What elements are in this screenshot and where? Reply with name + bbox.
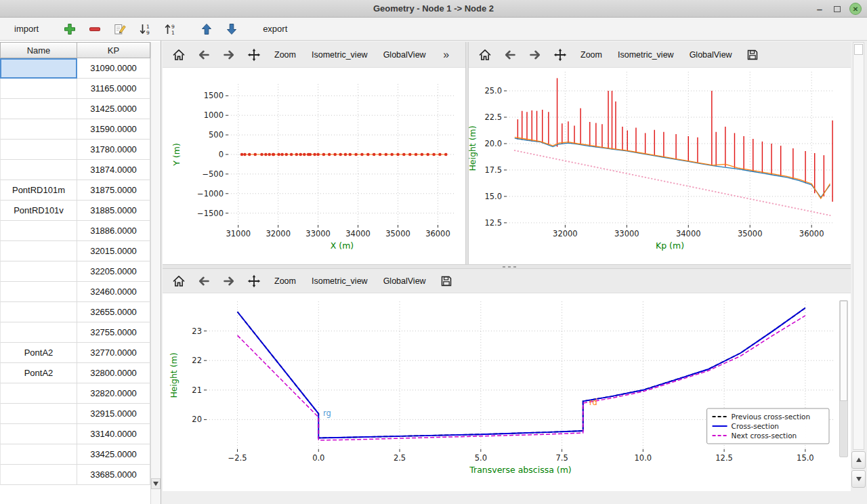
column-header-name[interactable]: Name bbox=[0, 42, 77, 58]
name-cell[interactable]: PontA2 bbox=[0, 343, 77, 363]
kp-cell[interactable]: 31590.0000 bbox=[77, 119, 150, 140]
home-button[interactable] bbox=[169, 45, 188, 64]
kp-cell[interactable]: 32820.0000 bbox=[77, 383, 150, 404]
minimize-button[interactable]: – bbox=[814, 3, 825, 15]
name-cell[interactable] bbox=[0, 322, 77, 343]
profile-plot[interactable]: 320003300034000350003600012.515.017.520.… bbox=[469, 68, 851, 264]
cross-section-scrollbar[interactable] bbox=[839, 300, 848, 457]
table-scrollbar[interactable] bbox=[150, 42, 161, 504]
name-cell[interactable]: PontRD101v bbox=[0, 201, 77, 221]
pan-button[interactable] bbox=[245, 45, 263, 64]
svg-text:20.0: 20.0 bbox=[484, 139, 502, 148]
profile-figure[interactable]: 320003300034000350003600012.515.017.520.… bbox=[469, 68, 851, 264]
horizontal-splitter[interactable] bbox=[163, 264, 851, 269]
name-cell[interactable] bbox=[0, 119, 77, 140]
kp-cell[interactable]: 32770.0000 bbox=[77, 343, 150, 363]
kp-cell[interactable]: 32655.0000 bbox=[77, 302, 150, 322]
name-cell[interactable] bbox=[0, 99, 77, 119]
name-cell[interactable] bbox=[0, 302, 77, 322]
home-button[interactable] bbox=[169, 272, 188, 291]
kp-cell[interactable]: 31875.0000 bbox=[77, 180, 150, 201]
home-button[interactable] bbox=[475, 45, 494, 64]
xy-plot[interactable]: 310003200033000340003500036000−1500−1000… bbox=[163, 68, 465, 264]
kp-cell[interactable]: 31425.0000 bbox=[77, 99, 150, 119]
name-cell[interactable] bbox=[0, 261, 77, 282]
name-cell[interactable] bbox=[0, 282, 77, 302]
table-row: 31165.0000 bbox=[0, 79, 161, 99]
kp-cell[interactable]: 31165.0000 bbox=[77, 79, 150, 99]
save-icon bbox=[746, 48, 759, 62]
kp-cell[interactable]: 32460.0000 bbox=[77, 282, 150, 302]
cross-section-plot[interactable]: −2.50.02.55.07.510.012.515.020212223Tran… bbox=[163, 293, 837, 491]
name-cell[interactable] bbox=[0, 140, 77, 160]
xy-figure[interactable]: 310003200033000340003500036000−1500−1000… bbox=[163, 68, 465, 264]
forward-button[interactable] bbox=[219, 272, 238, 291]
isometric-view-button[interactable]: Isometric_view bbox=[613, 48, 679, 62]
zoom-button[interactable]: Zoom bbox=[270, 274, 301, 288]
maximize-button[interactable] bbox=[834, 6, 841, 12]
save-button[interactable] bbox=[437, 272, 456, 291]
cross-section-figure[interactable]: −2.50.02.55.07.510.012.515.020212223Tran… bbox=[163, 293, 851, 491]
edit-icon[interactable] bbox=[111, 20, 129, 38]
kp-cell[interactable]: 31780.0000 bbox=[77, 140, 150, 160]
name-cell[interactable] bbox=[0, 404, 77, 424]
kp-cell[interactable]: 32915.0000 bbox=[77, 404, 150, 424]
save-button[interactable] bbox=[743, 45, 762, 64]
zoom-button[interactable]: Zoom bbox=[576, 48, 607, 62]
forward-button[interactable] bbox=[526, 45, 545, 64]
sort-descending-icon[interactable] bbox=[136, 20, 154, 38]
main-scrollbar[interactable] bbox=[851, 41, 867, 504]
name-cell[interactable]: PontRD101m bbox=[0, 180, 77, 201]
scrollbar-thumb[interactable] bbox=[854, 44, 863, 55]
isometric-view-button[interactable]: Isometric_view bbox=[307, 274, 373, 288]
kp-cell[interactable]: 32015.0000 bbox=[77, 241, 150, 261]
back-button[interactable] bbox=[194, 272, 213, 291]
move-down-icon[interactable] bbox=[223, 20, 240, 38]
name-cell[interactable] bbox=[0, 58, 77, 79]
kp-cell[interactable]: 32205.0000 bbox=[77, 261, 150, 282]
export-button[interactable]: export bbox=[259, 22, 291, 36]
close-button[interactable]: ✕ bbox=[849, 3, 862, 15]
name-cell[interactable]: PontA2 bbox=[0, 363, 77, 383]
toolbar-overflow-button[interactable]: » bbox=[437, 45, 456, 64]
global-view-button[interactable]: GlobalView bbox=[685, 48, 737, 62]
kp-cell[interactable]: 33685.0000 bbox=[77, 465, 150, 485]
name-cell[interactable] bbox=[0, 444, 77, 465]
scroll-up-button[interactable] bbox=[851, 451, 866, 469]
name-cell[interactable] bbox=[0, 221, 77, 241]
name-cell[interactable] bbox=[0, 424, 77, 444]
kp-cell[interactable]: 32800.0000 bbox=[77, 363, 150, 383]
kp-cell[interactable]: 33425.0000 bbox=[77, 444, 150, 465]
name-cell[interactable] bbox=[0, 160, 77, 180]
name-cell[interactable] bbox=[0, 79, 77, 99]
titlebar[interactable]: Geometry - Node 1 -> Node 2 – ✕ bbox=[0, 0, 867, 18]
table-scroll-down-button[interactable] bbox=[151, 478, 161, 489]
zoom-button[interactable]: Zoom bbox=[270, 48, 301, 62]
sort-ascending-icon[interactable] bbox=[161, 20, 179, 38]
kp-cell[interactable]: 31874.0000 bbox=[77, 160, 150, 180]
scrollbar-track[interactable] bbox=[853, 42, 864, 450]
scrollbar-thumb[interactable] bbox=[840, 301, 847, 401]
kp-cell[interactable]: 31885.0000 bbox=[77, 201, 150, 221]
column-header-kp[interactable]: KP bbox=[77, 42, 150, 58]
remove-icon[interactable] bbox=[86, 20, 104, 38]
pan-button[interactable] bbox=[245, 272, 263, 291]
name-cell[interactable] bbox=[0, 241, 77, 261]
back-button[interactable] bbox=[501, 45, 520, 64]
kp-cell[interactable]: 31886.0000 bbox=[77, 221, 150, 241]
kp-cell[interactable]: 31090.0000 bbox=[77, 58, 150, 79]
add-icon[interactable] bbox=[61, 20, 79, 38]
name-cell[interactable] bbox=[0, 383, 77, 404]
import-button[interactable]: import bbox=[11, 22, 42, 36]
forward-button[interactable] bbox=[219, 45, 238, 64]
kp-cell[interactable]: 32755.0000 bbox=[77, 322, 150, 343]
move-up-icon[interactable] bbox=[198, 20, 215, 38]
kp-cell[interactable]: 33140.0000 bbox=[77, 424, 150, 444]
global-view-button[interactable]: GlobalView bbox=[379, 48, 431, 62]
scroll-down-button[interactable] bbox=[851, 470, 866, 488]
pan-button[interactable] bbox=[551, 45, 570, 64]
name-cell[interactable] bbox=[0, 465, 77, 485]
isometric-view-button[interactable]: Isometric_view bbox=[307, 48, 373, 62]
back-button[interactable] bbox=[194, 45, 213, 64]
global-view-button[interactable]: GlobalView bbox=[379, 274, 431, 288]
